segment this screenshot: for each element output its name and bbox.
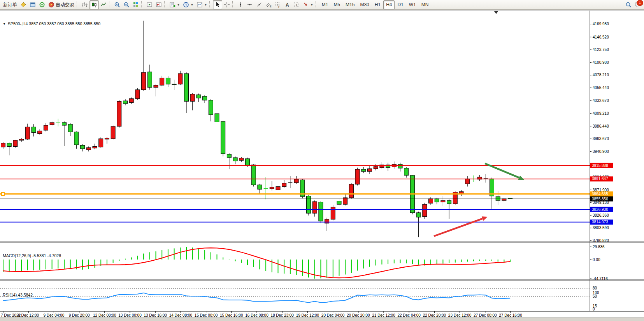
svg-text:29.836: 29.836 [593, 245, 605, 249]
text-button[interactable]: A [283, 0, 292, 9]
svg-text:50: 50 [593, 294, 597, 298]
timeframe-h4-label: H4 [386, 2, 392, 7]
newchart-icon [169, 2, 175, 8]
auto-trading-button[interactable]: 自动交易 [47, 0, 76, 9]
hline-button[interactable] [245, 0, 254, 9]
auto-trading-button-label: 自动交易 [56, 2, 74, 8]
chevron-down-icon[interactable]: ▼ [191, 4, 193, 6]
svg-text:80: 80 [593, 286, 597, 290]
svg-text:4032.670: 4032.670 [593, 98, 609, 103]
timeframe-mn[interactable]: MN [419, 0, 432, 9]
svg-text:4123.750: 4123.750 [593, 47, 609, 52]
svg-text:4078.210: 4078.210 [593, 73, 609, 77]
periods-button[interactable]: ▼ [181, 0, 195, 9]
market-watch-button[interactable] [28, 0, 37, 9]
svg-text:3891.647: 3891.647 [592, 177, 608, 181]
chevron-down-icon[interactable]: ▼ [204, 4, 207, 6]
tline-icon [256, 2, 262, 8]
auto-scroll-button[interactable] [145, 0, 154, 9]
zoom-out-button[interactable] [122, 0, 131, 9]
chevron-down-icon[interactable]: ▼ [177, 4, 180, 6]
svg-text:3963.670: 3963.670 [593, 137, 609, 141]
autotrade-icon [48, 2, 54, 8]
svg-text:3814.073: 3814.073 [592, 220, 608, 224]
new-order-button[interactable]: 新订单 [2, 0, 19, 9]
fibo-icon: F [275, 2, 281, 8]
svg-text:9 Dec 04:00: 9 Dec 04:00 [43, 313, 64, 317]
svg-text:14 Dec 08:00: 14 Dec 08:00 [169, 313, 193, 317]
timeframe-h1-label: H1 [375, 2, 381, 7]
toolbar-separator [109, 1, 111, 8]
candles-icon [91, 2, 97, 8]
chart-title: ▼ SP500-,H4 3857.050 3857.050 3855.550 3… [3, 21, 100, 26]
chevron-down-icon[interactable]: ▼ [311, 4, 313, 6]
zoom-in-button[interactable] [112, 0, 122, 9]
svg-text:3855.850: 3855.850 [592, 197, 608, 201]
svg-text:T: T [295, 3, 298, 7]
svg-text:12 Dec 08:00: 12 Dec 08:00 [93, 313, 116, 317]
timeframe-d1[interactable]: D1 [395, 0, 406, 9]
svg-text:16 Dec 08:00: 16 Dec 08:00 [245, 313, 268, 317]
chart-title-text: SP500-,H4 3857.050 3857.050 3855.550 385… [8, 21, 100, 26]
svg-text:27 Dec 00:00: 27 Dec 00:00 [474, 313, 497, 317]
labelT-icon: T [293, 2, 300, 8]
cursor-icon [214, 2, 221, 8]
channel-button[interactable]: E [264, 0, 273, 9]
svg-text:15 Dec 16:00: 15 Dec 16:00 [220, 313, 243, 317]
svg-text:E: E [270, 5, 272, 8]
chat-button[interactable]: 1 [633, 0, 642, 9]
svg-text:F: F [278, 5, 280, 8]
trendline-button[interactable] [254, 0, 264, 9]
svg-text:0.00: 0.00 [593, 258, 600, 262]
timeframe-mn-label: MN [421, 2, 429, 7]
svg-text:20 Dec 04:00: 20 Dec 04:00 [321, 313, 345, 317]
tile-windows-button[interactable] [131, 0, 140, 9]
timeframe-h1[interactable]: H1 [372, 0, 383, 9]
timeframe-m5[interactable]: M5 [331, 0, 343, 9]
search-icon [625, 2, 632, 8]
arrows-icon [303, 2, 309, 8]
fibonacci-button[interactable]: F [273, 0, 283, 9]
chart-shift-button[interactable] [154, 0, 163, 9]
timeframe-m5-label: M5 [333, 2, 340, 7]
diamond-icon [20, 2, 26, 8]
timeframe-w1[interactable]: W1 [406, 0, 419, 9]
chart-title-dropdown-icon[interactable]: ▼ [3, 22, 6, 26]
timeframe-d1-label: D1 [397, 2, 403, 7]
toolbar-separator [141, 1, 143, 8]
svg-text:27 Dec 16:00: 27 Dec 16:00 [499, 313, 522, 317]
vline-button[interactable] [236, 0, 245, 9]
main-toolbar: 新订单自动交易▼▼▼EFAT▼M1M5M15M30H1H4D1W1MN1 [0, 0, 644, 10]
timeframe-m15[interactable]: M15 [343, 0, 357, 9]
svg-text:15 Dec 00:00: 15 Dec 00:00 [195, 313, 218, 317]
svg-text:3864.635: 3864.635 [592, 192, 608, 196]
price-chart-plot[interactable]: 4169.9804146.5204123.7504100.9804078.210… [0, 10, 644, 321]
new-chart-button[interactable]: ▼ [168, 0, 181, 9]
bar-chart-mode-button[interactable] [80, 0, 89, 9]
search-button[interactable] [624, 0, 633, 9]
candle-chart-mode-button[interactable] [89, 0, 99, 9]
winblue-icon [30, 2, 36, 8]
svg-text:20 Dec 20:00: 20 Dec 20:00 [347, 313, 370, 317]
toolbar-right-group: 1 [624, 0, 642, 9]
label-button[interactable]: T [292, 0, 301, 9]
svg-text:3940.900: 3940.900 [593, 149, 609, 154]
line-chart-mode-button[interactable] [99, 0, 108, 9]
crosshair-button[interactable] [222, 0, 232, 9]
chart-profile-icon-button[interactable] [19, 0, 28, 9]
toolbar-separator [232, 1, 234, 8]
timeframe-m1[interactable]: M1 [319, 0, 331, 9]
svg-text:4009.210: 4009.210 [593, 111, 609, 116]
timeframe-h4[interactable]: H4 [383, 0, 395, 9]
signals-button[interactable] [37, 0, 47, 9]
templates-button[interactable]: ▼ [195, 0, 209, 9]
svg-text:8 Dec 12:00: 8 Dec 12:00 [18, 313, 39, 317]
timeframe-m30[interactable]: M30 [357, 0, 372, 9]
vline-icon [237, 2, 244, 8]
cursor-button[interactable] [213, 0, 222, 9]
svg-text:3915.888: 3915.888 [592, 163, 608, 168]
toolbar-separator [209, 1, 211, 8]
hline-icon [247, 2, 253, 8]
svg-text:3780.820: 3780.820 [593, 239, 609, 243]
arrows-button[interactable]: ▼ [301, 0, 315, 9]
